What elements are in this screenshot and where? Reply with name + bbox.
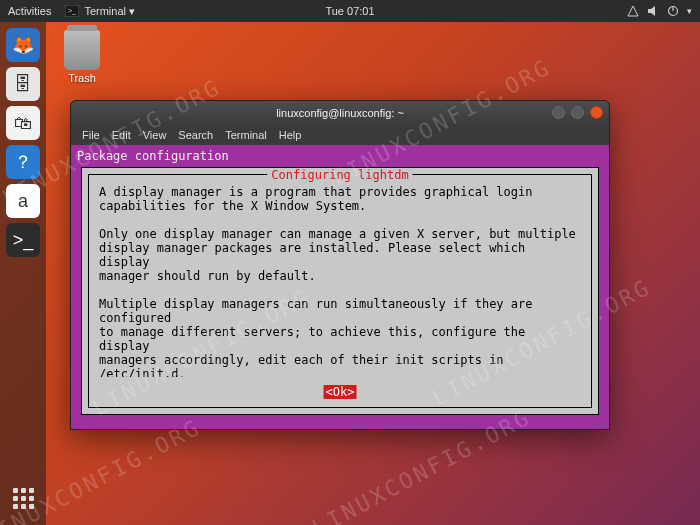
clock[interactable]: Tue 07:01 <box>325 5 374 17</box>
close-button[interactable] <box>590 106 603 119</box>
show-applications-button[interactable] <box>6 481 40 515</box>
ok-button[interactable]: <Ok> <box>324 385 357 399</box>
dock-item-firefox[interactable]: 🦊 <box>6 28 40 62</box>
top-panel: Activities >_ Terminal ▾ Tue 07:01 ▾ <box>0 0 700 22</box>
maximize-button[interactable] <box>571 106 584 119</box>
ncurses-dialog: Configuring lightdm A display manager is… <box>81 167 599 415</box>
terminal-window: linuxconfig@linuxconfig: ~ File Edit Vie… <box>70 100 610 430</box>
titlebar[interactable]: linuxconfig@linuxconfig: ~ <box>71 101 609 125</box>
svg-text:>_: >_ <box>68 7 76 15</box>
desktop-trash[interactable]: Trash <box>58 30 106 84</box>
system-tray: ▾ <box>627 5 692 17</box>
dock-item-amazon[interactable]: a <box>6 184 40 218</box>
window-title: linuxconfig@linuxconfig: ~ <box>276 107 404 119</box>
dock-item-software[interactable]: 🛍 <box>6 106 40 140</box>
menu-file[interactable]: File <box>77 127 105 143</box>
minimize-button[interactable] <box>552 106 565 119</box>
dock-item-terminal[interactable]: >_ <box>6 223 40 257</box>
network-icon[interactable] <box>627 5 639 17</box>
terminal-icon: >_ <box>65 5 79 17</box>
terminal-content: Package configuration Configuring lightd… <box>71 145 609 429</box>
dock: 🦊 🗄 🛍 ？ a >_ <box>0 22 46 525</box>
menu-edit[interactable]: Edit <box>107 127 136 143</box>
menu-help[interactable]: Help <box>274 127 307 143</box>
dialog-body: A display manager is a program that prov… <box>99 185 581 377</box>
menubar: File Edit View Search Terminal Help <box>71 125 609 145</box>
trash-icon <box>64 30 100 70</box>
desktop-trash-label: Trash <box>58 72 106 84</box>
sound-icon[interactable] <box>647 5 659 17</box>
ncurses-header: Package configuration <box>77 149 603 163</box>
app-indicator-terminal[interactable]: >_ Terminal ▾ <box>65 5 135 18</box>
power-icon[interactable] <box>667 5 679 17</box>
menu-terminal[interactable]: Terminal <box>220 127 272 143</box>
dock-item-files[interactable]: 🗄 <box>6 67 40 101</box>
menu-search[interactable]: Search <box>173 127 218 143</box>
tray-chevron-icon[interactable]: ▾ <box>687 6 692 16</box>
dock-item-help[interactable]: ？ <box>6 145 40 179</box>
menu-view[interactable]: View <box>138 127 172 143</box>
app-indicator-label: Terminal ▾ <box>84 5 135 18</box>
dialog-title: Configuring lightdm <box>267 168 412 182</box>
activities-button[interactable]: Activities <box>8 5 51 17</box>
